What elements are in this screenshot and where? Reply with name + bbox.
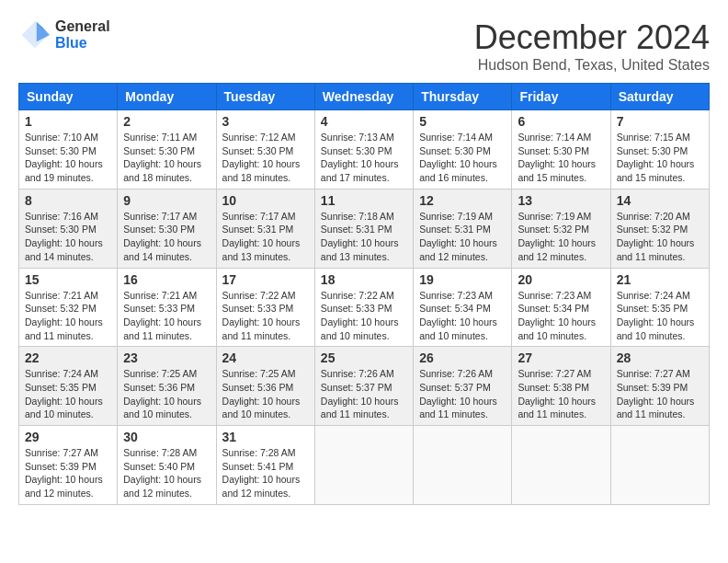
day-number: 21 <box>617 272 703 287</box>
table-row: 27Sunrise: 7:27 AM Sunset: 5:38 PM Dayli… <box>512 347 610 426</box>
table-row: 24Sunrise: 7:25 AM Sunset: 5:36 PM Dayli… <box>216 347 314 426</box>
day-number: 25 <box>321 350 407 365</box>
day-info: Sunrise: 7:14 AM Sunset: 5:30 PM Dayligh… <box>419 131 506 185</box>
month-title: December 2024 <box>474 18 710 57</box>
table-row: 21Sunrise: 7:24 AM Sunset: 5:35 PM Dayli… <box>610 268 709 347</box>
table-row: 14Sunrise: 7:20 AM Sunset: 5:32 PM Dayli… <box>610 189 709 268</box>
day-info: Sunrise: 7:22 AM Sunset: 5:33 PM Dayligh… <box>222 289 309 343</box>
table-row: 5Sunrise: 7:14 AM Sunset: 5:30 PM Daylig… <box>414 110 512 190</box>
page-header: General Blue December 2024 Hudson Bend, … <box>18 18 710 74</box>
day-info: Sunrise: 7:25 AM Sunset: 5:36 PM Dayligh… <box>123 367 210 421</box>
day-info: Sunrise: 7:27 AM Sunset: 5:39 PM Dayligh… <box>25 446 111 500</box>
table-row: 9Sunrise: 7:17 AM Sunset: 5:30 PM Daylig… <box>118 189 216 268</box>
day-number: 8 <box>25 193 111 208</box>
calendar-week-row: 15Sunrise: 7:21 AM Sunset: 5:32 PM Dayli… <box>19 268 710 347</box>
day-number: 3 <box>222 114 309 129</box>
table-row: 10Sunrise: 7:17 AM Sunset: 5:31 PM Dayli… <box>216 189 314 268</box>
day-number: 2 <box>123 114 210 129</box>
table-row: 19Sunrise: 7:23 AM Sunset: 5:34 PM Dayli… <box>414 268 512 347</box>
calendar-week-row: 8Sunrise: 7:16 AM Sunset: 5:30 PM Daylig… <box>19 189 710 268</box>
day-info: Sunrise: 7:18 AM Sunset: 5:31 PM Dayligh… <box>321 210 407 264</box>
day-number: 20 <box>518 272 604 287</box>
table-row <box>610 426 709 505</box>
location-text: Hudson Bend, Texas, United States <box>474 57 710 74</box>
col-tuesday: Tuesday <box>216 84 314 110</box>
table-row: 25Sunrise: 7:26 AM Sunset: 5:37 PM Dayli… <box>314 347 413 426</box>
day-number: 15 <box>25 272 111 287</box>
day-number: 17 <box>222 272 309 287</box>
calendar-header-row: Sunday Monday Tuesday Wednesday Thursday… <box>19 84 710 110</box>
calendar-week-row: 22Sunrise: 7:24 AM Sunset: 5:35 PM Dayli… <box>19 347 710 426</box>
day-info: Sunrise: 7:13 AM Sunset: 5:30 PM Dayligh… <box>321 131 407 185</box>
table-row: 1Sunrise: 7:10 AM Sunset: 5:30 PM Daylig… <box>19 110 118 190</box>
day-number: 26 <box>419 350 506 365</box>
day-number: 24 <box>222 350 309 365</box>
logo-general-text: General <box>55 18 110 35</box>
day-number: 18 <box>321 272 407 287</box>
day-number: 9 <box>123 193 210 208</box>
day-number: 29 <box>25 430 111 444</box>
day-info: Sunrise: 7:26 AM Sunset: 5:37 PM Dayligh… <box>321 367 407 421</box>
day-number: 6 <box>518 114 604 129</box>
day-info: Sunrise: 7:21 AM Sunset: 5:32 PM Dayligh… <box>25 289 111 343</box>
calendar-table: Sunday Monday Tuesday Wednesday Thursday… <box>18 83 710 505</box>
table-row: 23Sunrise: 7:25 AM Sunset: 5:36 PM Dayli… <box>118 347 216 426</box>
day-info: Sunrise: 7:27 AM Sunset: 5:39 PM Dayligh… <box>617 367 703 421</box>
table-row: 15Sunrise: 7:21 AM Sunset: 5:32 PM Dayli… <box>19 268 118 347</box>
day-info: Sunrise: 7:17 AM Sunset: 5:31 PM Dayligh… <box>222 210 309 264</box>
day-number: 14 <box>617 193 703 208</box>
day-info: Sunrise: 7:10 AM Sunset: 5:30 PM Dayligh… <box>25 131 111 185</box>
col-sunday: Sunday <box>19 84 118 110</box>
col-thursday: Thursday <box>414 84 512 110</box>
day-number: 4 <box>321 114 407 129</box>
day-number: 30 <box>123 430 210 444</box>
title-section: December 2024 Hudson Bend, Texas, United… <box>474 18 710 74</box>
day-info: Sunrise: 7:21 AM Sunset: 5:33 PM Dayligh… <box>123 289 210 343</box>
table-row <box>512 426 610 505</box>
day-number: 1 <box>25 114 111 129</box>
table-row: 30Sunrise: 7:28 AM Sunset: 5:40 PM Dayli… <box>118 426 216 505</box>
day-info: Sunrise: 7:24 AM Sunset: 5:35 PM Dayligh… <box>25 367 111 421</box>
day-info: Sunrise: 7:19 AM Sunset: 5:32 PM Dayligh… <box>518 210 604 264</box>
col-monday: Monday <box>118 84 216 110</box>
table-row: 12Sunrise: 7:19 AM Sunset: 5:31 PM Dayli… <box>414 189 512 268</box>
day-info: Sunrise: 7:23 AM Sunset: 5:34 PM Dayligh… <box>419 289 506 343</box>
table-row: 4Sunrise: 7:13 AM Sunset: 5:30 PM Daylig… <box>314 110 413 190</box>
table-row <box>314 426 413 505</box>
day-number: 11 <box>321 193 407 208</box>
table-row: 7Sunrise: 7:15 AM Sunset: 5:30 PM Daylig… <box>610 110 709 190</box>
col-saturday: Saturday <box>610 84 709 110</box>
day-info: Sunrise: 7:27 AM Sunset: 5:38 PM Dayligh… <box>518 367 604 421</box>
day-info: Sunrise: 7:24 AM Sunset: 5:35 PM Dayligh… <box>617 289 703 343</box>
day-info: Sunrise: 7:22 AM Sunset: 5:33 PM Dayligh… <box>321 289 407 343</box>
logo-icon <box>18 18 51 52</box>
day-number: 23 <box>123 350 210 365</box>
logo-blue-text: Blue <box>55 35 110 52</box>
day-info: Sunrise: 7:20 AM Sunset: 5:32 PM Dayligh… <box>617 210 703 264</box>
day-number: 27 <box>518 350 604 365</box>
col-wednesday: Wednesday <box>314 84 413 110</box>
day-info: Sunrise: 7:12 AM Sunset: 5:30 PM Dayligh… <box>222 131 309 185</box>
table-row: 3Sunrise: 7:12 AM Sunset: 5:30 PM Daylig… <box>216 110 314 190</box>
day-number: 31 <box>222 430 309 444</box>
day-number: 7 <box>617 114 703 129</box>
day-info: Sunrise: 7:11 AM Sunset: 5:30 PM Dayligh… <box>123 131 210 185</box>
table-row <box>414 426 512 505</box>
day-number: 12 <box>419 193 506 208</box>
day-number: 28 <box>617 350 703 365</box>
day-info: Sunrise: 7:28 AM Sunset: 5:41 PM Dayligh… <box>222 446 309 500</box>
day-number: 5 <box>419 114 506 129</box>
day-info: Sunrise: 7:19 AM Sunset: 5:31 PM Dayligh… <box>419 210 506 264</box>
logo-text: General Blue <box>55 18 110 51</box>
day-info: Sunrise: 7:14 AM Sunset: 5:30 PM Dayligh… <box>518 131 604 185</box>
day-number: 19 <box>419 272 506 287</box>
table-row: 2Sunrise: 7:11 AM Sunset: 5:30 PM Daylig… <box>118 110 216 190</box>
table-row: 20Sunrise: 7:23 AM Sunset: 5:34 PM Dayli… <box>512 268 610 347</box>
day-info: Sunrise: 7:16 AM Sunset: 5:30 PM Dayligh… <box>25 210 111 264</box>
calendar-week-row: 1Sunrise: 7:10 AM Sunset: 5:30 PM Daylig… <box>19 110 710 190</box>
day-number: 13 <box>518 193 604 208</box>
table-row: 28Sunrise: 7:27 AM Sunset: 5:39 PM Dayli… <box>610 347 709 426</box>
table-row: 31Sunrise: 7:28 AM Sunset: 5:41 PM Dayli… <box>216 426 314 505</box>
table-row: 26Sunrise: 7:26 AM Sunset: 5:37 PM Dayli… <box>414 347 512 426</box>
table-row: 11Sunrise: 7:18 AM Sunset: 5:31 PM Dayli… <box>314 189 413 268</box>
